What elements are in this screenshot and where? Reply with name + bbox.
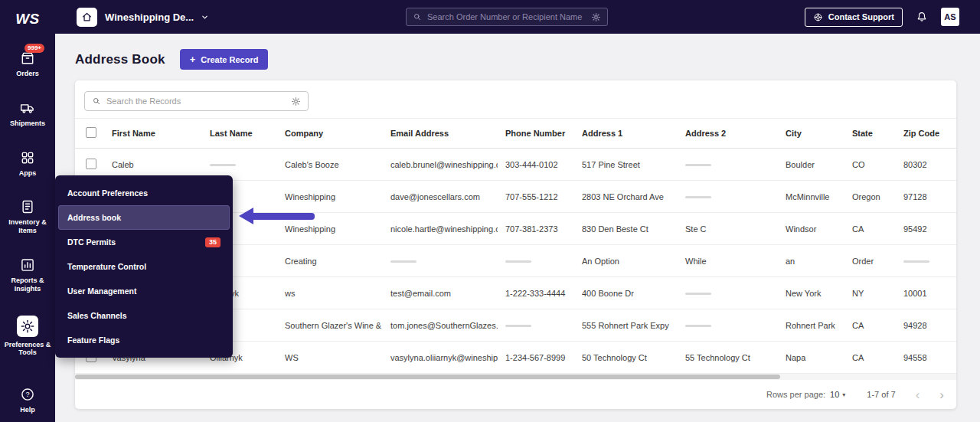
menu-item-feature-flags[interactable]: Feature Flags <box>58 328 230 352</box>
home-button[interactable] <box>77 8 97 27</box>
contact-support-button[interactable]: Contact Support <box>805 8 903 27</box>
cell-state: CA <box>844 353 896 362</box>
previous-page-button[interactable]: ‹ <box>916 388 920 401</box>
column-header-first-name[interactable]: First Name <box>104 129 202 138</box>
cell-company: Wineshipping <box>277 192 383 201</box>
column-header-company[interactable]: Company <box>277 129 383 138</box>
column-header-last-name[interactable]: Last Name <box>202 129 277 138</box>
apps-icon <box>20 150 35 165</box>
sidebar-item-inventory-items[interactable]: Inventory & Items <box>0 199 55 235</box>
cell-state: CO <box>844 160 896 169</box>
cell-phone-number: 707-555-1212 <box>498 192 574 201</box>
search-icon <box>413 12 422 21</box>
global-search-input[interactable] <box>427 12 586 21</box>
cell-city: Rohnert Park <box>778 321 844 330</box>
count-badge: 999+ <box>24 44 44 53</box>
notifications-bell-icon[interactable] <box>916 11 928 23</box>
global-search-settings-icon[interactable] <box>591 12 601 22</box>
preferences-icon <box>17 316 38 337</box>
cell-address-1: 517 Pine Street <box>574 160 678 169</box>
inventory-icon <box>20 199 35 214</box>
scrollbar-thumb[interactable] <box>75 375 780 379</box>
cell-company: Wineshipping <box>277 224 383 234</box>
rows-per-page-label: Rows per page: <box>766 390 825 399</box>
empty-value-dash <box>505 325 531 327</box>
cell-address-2 <box>678 321 778 330</box>
cell-email-address: test@email.com <box>383 289 498 298</box>
orders-icon: 999+ <box>20 51 35 66</box>
svg-text:?: ? <box>25 391 29 399</box>
sidebar-item-label: Help <box>20 406 35 414</box>
next-page-button[interactable]: › <box>939 388 944 401</box>
column-header-address-2[interactable]: Address 2 <box>678 129 778 138</box>
cell-city: McMinnville <box>778 192 844 201</box>
menu-item-label: Temperature Control <box>67 262 146 271</box>
menu-item-dtc-permits[interactable]: DTC Permits35 <box>58 230 230 254</box>
menu-count-badge: 35 <box>205 237 220 247</box>
horizontal-scrollbar[interactable] <box>75 374 956 380</box>
empty-value-dash <box>505 260 531 263</box>
sidebar-item-preferences-tools[interactable]: Preferences & Tools <box>0 316 55 358</box>
column-header-zip-code[interactable]: Zip Code <box>896 129 956 138</box>
card-search-row <box>75 80 956 118</box>
column-header-address-1[interactable]: Address 1 <box>574 129 678 138</box>
cell-address-2 <box>678 289 778 298</box>
cell-email-address: vasylyna.oliiarnyk@wineshipping... <box>383 353 498 362</box>
select-all-checkbox[interactable] <box>86 127 96 138</box>
caret-down-icon: ▾ <box>842 391 845 398</box>
cell-city: Boulder <box>778 160 844 169</box>
rows-per-page-select[interactable]: 10 ▾ <box>830 390 845 399</box>
app-logo: WS <box>15 9 40 29</box>
cell-last-name <box>202 160 277 169</box>
sidebar-item-reports-insights[interactable]: Reports & Insights <box>0 257 55 293</box>
cell-state: NY <box>844 289 896 298</box>
cell-state: CA <box>844 321 896 330</box>
cell-zip-code: 94558 <box>896 353 956 362</box>
cell-phone-number: 303-444-0102 <box>498 160 574 169</box>
create-record-button[interactable]: + Create Record <box>180 49 269 70</box>
sidebar-item-orders[interactable]: 999+Orders <box>0 51 55 78</box>
cell-company: ws <box>277 289 383 298</box>
menu-item-user-management[interactable]: User Management <box>58 279 230 303</box>
avatar[interactable]: AS <box>941 8 959 26</box>
cell-address-2: Ste C <box>678 224 778 234</box>
menu-item-sales-channels[interactable]: Sales Channels <box>58 303 230 328</box>
cell-address-1: An Option <box>574 257 678 266</box>
cell-email-address: caleb.brunel@wineshipping.com <box>383 160 498 169</box>
org-switcher[interactable]: Wineshipping De... <box>105 11 209 23</box>
cell-city: an <box>778 257 844 266</box>
org-name: Wineshipping De... <box>105 11 194 23</box>
column-header-email-address[interactable]: Email Address <box>383 129 498 138</box>
sidebar: WS 999+OrdersShipmentsAppsInventory & It… <box>0 0 55 422</box>
menu-item-account-preferences[interactable]: Account Preferences <box>58 181 230 205</box>
sidebar-item-shipments[interactable]: Shipments <box>0 100 55 128</box>
top-bar: Wineshipping De... Contact Support AS <box>55 0 980 34</box>
column-header-phone-number[interactable]: Phone Number <box>498 129 574 138</box>
menu-item-address-book[interactable]: Address book <box>58 205 230 230</box>
row-checkbox[interactable] <box>86 159 96 169</box>
cell-company: WS <box>277 353 383 362</box>
cell-zip-code: 80302 <box>896 160 956 169</box>
sidebar-item-help[interactable]: ?Help <box>0 387 55 414</box>
column-header-city[interactable]: City <box>778 129 844 138</box>
cell-phone-number: 1-234-567-8999 <box>498 353 574 362</box>
cell-address-1: 400 Boone Dr <box>574 289 678 298</box>
chevron-down-icon <box>201 13 209 21</box>
cell-state: Oregon <box>844 192 896 201</box>
record-search-input[interactable] <box>106 97 286 106</box>
table-header: First NameLast NameCompanyEmail AddressP… <box>75 118 956 149</box>
cell-zip-code: 95492 <box>896 224 956 234</box>
menu-item-temperature-control[interactable]: Temperature Control <box>58 254 230 279</box>
cell-company: Creating <box>277 257 383 266</box>
cell-address-1: 2803 NE Orchard Ave <box>574 192 678 201</box>
cell-city: New York <box>778 289 844 298</box>
cell-phone-number <box>498 257 574 266</box>
column-header-state[interactable]: State <box>844 129 896 138</box>
record-search-settings-icon[interactable] <box>291 97 301 106</box>
cell-company: Southern Glazer's Wine & S... <box>277 321 383 330</box>
empty-value-dash <box>685 164 711 166</box>
help-icon: ? <box>20 387 35 402</box>
empty-value-dash <box>210 164 236 166</box>
cell-zip-code: 94928 <box>896 321 956 330</box>
sidebar-item-apps[interactable]: Apps <box>0 150 55 178</box>
